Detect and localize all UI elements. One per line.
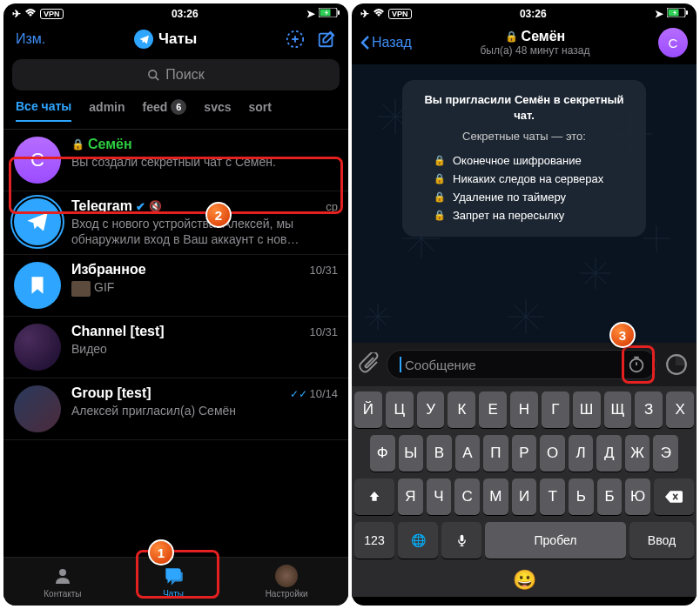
settings-avatar bbox=[275, 565, 298, 587]
airplane-icon: ✈ bbox=[360, 8, 369, 20]
svg-rect-4 bbox=[320, 34, 333, 47]
filter-tabs: Все чаты admin feed6 svcs sort bbox=[3, 99, 348, 130]
key-П[interactable]: П bbox=[483, 435, 508, 472]
avatar bbox=[14, 385, 61, 432]
key-Й[interactable]: Й bbox=[354, 392, 382, 428]
attach-button[interactable] bbox=[359, 352, 380, 378]
key-Е[interactable]: Е bbox=[479, 392, 507, 428]
tab-contacts[interactable]: Контакты bbox=[44, 565, 81, 599]
key-shift[interactable] bbox=[354, 478, 394, 515]
filter-sort[interactable]: sort bbox=[249, 99, 272, 122]
key-Ы[interactable]: Ы bbox=[399, 435, 424, 472]
key-А[interactable]: А bbox=[455, 435, 481, 472]
key-Ж[interactable]: Ж bbox=[625, 435, 650, 472]
status-time: 03:26 bbox=[520, 8, 547, 20]
airplane-icon: ✈ bbox=[12, 8, 21, 20]
tab-settings[interactable]: Настройки bbox=[266, 565, 308, 599]
key-Х[interactable]: Х bbox=[666, 392, 694, 428]
key-О[interactable]: О bbox=[540, 435, 565, 472]
vpn-badge: VPN bbox=[40, 9, 64, 19]
annotation-highlight bbox=[622, 345, 655, 384]
lock-icon: 🔒 bbox=[505, 30, 518, 43]
location-icon: ➤ bbox=[655, 8, 663, 20]
key-Р[interactable]: Р bbox=[512, 435, 537, 472]
key-В[interactable]: В bbox=[427, 435, 452, 472]
lock-icon: 🔒 bbox=[434, 173, 446, 184]
key-Л[interactable]: Л bbox=[569, 435, 594, 472]
chat-row-saved[interactable]: Избранное 10/31 GIF bbox=[3, 255, 348, 317]
telegram-logo-icon bbox=[134, 30, 153, 49]
key-Щ[interactable]: Щ bbox=[604, 392, 632, 428]
chat-subtitle: был(а) 48 минут назад bbox=[421, 44, 650, 57]
filter-admin[interactable]: admin bbox=[89, 99, 125, 122]
battery-icon bbox=[319, 8, 340, 20]
chat-canvas: Вы пригласили Семён в секретный чат. Сек… bbox=[352, 64, 697, 343]
key-У[interactable]: У bbox=[417, 392, 445, 428]
page-title: Чаты bbox=[158, 30, 197, 48]
tab-chats[interactable]: Чаты bbox=[162, 565, 185, 599]
chat-row-channel[interactable]: Channel [test] 10/31 Видео bbox=[3, 317, 348, 378]
message-placeholder: Сообщение bbox=[405, 358, 624, 372]
filter-svcs[interactable]: svcs bbox=[204, 99, 231, 122]
key-Д[interactable]: Д bbox=[596, 435, 622, 472]
search-placeholder: Поиск bbox=[165, 67, 204, 83]
key-Г[interactable]: Г bbox=[542, 392, 569, 428]
chat-row-group[interactable]: Group [test] ✓✓10/14 Алексей пригласил(а… bbox=[3, 378, 348, 440]
svg-point-6 bbox=[59, 569, 66, 576]
key-Т[interactable]: Т bbox=[540, 478, 565, 515]
avatar bbox=[14, 262, 61, 309]
emoji-strip[interactable]: 😀 bbox=[354, 566, 694, 593]
chat-row-telegram[interactable]: Telegram ✔ 🔇 ср Вход с нового устройства… bbox=[3, 191, 348, 255]
key-Ь[interactable]: Ь bbox=[569, 478, 594, 515]
key-backspace[interactable] bbox=[654, 478, 694, 515]
key-mic[interactable] bbox=[441, 522, 481, 559]
avatar bbox=[14, 198, 61, 245]
key-Э[interactable]: Э bbox=[653, 435, 678, 472]
location-icon: ➤ bbox=[306, 8, 315, 20]
annotation-marker-1: 1 bbox=[148, 539, 174, 566]
key-Ч[interactable]: Ч bbox=[427, 478, 452, 515]
key-Ф[interactable]: Ф bbox=[370, 435, 395, 472]
lock-icon: 🔒 bbox=[434, 210, 446, 221]
key-Ю[interactable]: Ю bbox=[625, 478, 650, 515]
key-globe[interactable]: 🌐 bbox=[398, 522, 438, 559]
key-М[interactable]: М bbox=[483, 478, 508, 515]
key-И[interactable]: И bbox=[512, 478, 537, 515]
wifi-icon bbox=[24, 8, 37, 20]
status-bar: ✈ VPN 03:26 ➤ bbox=[3, 3, 348, 24]
keyboard: ЙЦУКЕНГШЩЗХ ФЫВАПРОЛДЖЭ ЯЧСМИТЬБЮ 123 🌐 … bbox=[352, 386, 697, 597]
lock-icon: 🔒 bbox=[434, 155, 446, 166]
key-space[interactable]: Пробел bbox=[485, 522, 626, 559]
search-input[interactable]: Поиск bbox=[12, 59, 340, 90]
secret-chat-info-bubble: Вы пригласили Семён в секретный чат. Сек… bbox=[402, 80, 646, 237]
sticker-button[interactable] bbox=[663, 351, 690, 378]
chat-avatar[interactable]: C bbox=[658, 28, 688, 57]
message-input[interactable]: Сообщение bbox=[387, 350, 656, 379]
edit-button[interactable]: Изм. bbox=[16, 31, 45, 47]
new-chat-icon[interactable] bbox=[286, 30, 305, 49]
key-Я[interactable]: Я bbox=[398, 478, 423, 515]
filter-all[interactable]: Все чаты bbox=[16, 99, 71, 122]
key-З[interactable]: З bbox=[635, 392, 663, 428]
svg-rect-9 bbox=[686, 10, 688, 15]
status-time: 03:26 bbox=[172, 8, 199, 20]
emoji-btn[interactable]: 😀 bbox=[513, 569, 536, 592]
key-123[interactable]: 123 bbox=[354, 522, 394, 559]
key-Б[interactable]: Б bbox=[597, 478, 623, 515]
key-Ш[interactable]: Ш bbox=[573, 392, 601, 428]
chat-row-secret[interactable]: C 🔒Семён Вы создали секретный чат с Семё… bbox=[3, 130, 348, 191]
key-С[interactable]: С bbox=[454, 478, 480, 515]
muted-icon: 🔇 bbox=[149, 200, 162, 212]
vpn-badge: VPN bbox=[388, 9, 412, 19]
filter-feed[interactable]: feed6 bbox=[143, 99, 187, 122]
key-Ц[interactable]: Ц bbox=[386, 392, 414, 428]
chat-title[interactable]: 🔒Семён bbox=[421, 29, 650, 44]
svg-point-5 bbox=[149, 70, 157, 77]
key-Н[interactable]: Н bbox=[510, 392, 538, 428]
key-К[interactable]: К bbox=[448, 392, 475, 428]
back-button[interactable]: Назад bbox=[360, 35, 412, 50]
lock-icon: 🔒 bbox=[434, 191, 446, 203]
gif-thumb bbox=[71, 281, 91, 297]
compose-icon[interactable] bbox=[317, 30, 336, 49]
key-enter[interactable]: Ввод bbox=[629, 522, 694, 559]
